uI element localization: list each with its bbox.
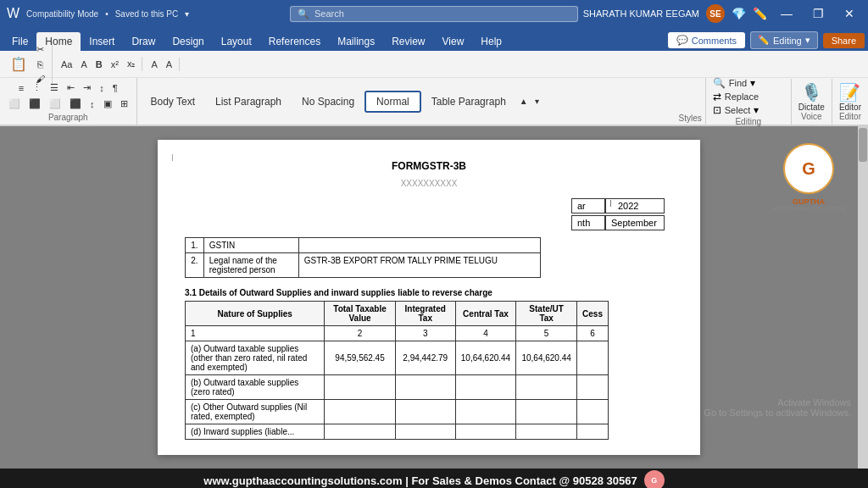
align-center-button[interactable]: ⬛ [25, 97, 44, 111]
tab-design[interactable]: Design [164, 32, 212, 51]
bottom-bar: www.gupthaaccountingsolutions.com | For … [0, 469, 868, 488]
tab-help[interactable]: Help [472, 32, 510, 51]
style-no-spacing[interactable]: No Spacing [292, 92, 364, 111]
subscript-button[interactable]: x₂ [124, 57, 139, 71]
tab-draw[interactable]: Draw [123, 32, 164, 51]
multilevel-button[interactable]: ☰ [47, 80, 62, 95]
style-body-text[interactable]: Body Text [141, 92, 205, 111]
col-header-nature: Nature of Supplies [186, 302, 325, 326]
font-size-aa-button[interactable]: Aa [58, 58, 75, 71]
find-dropdown[interactable]: ▾ [750, 77, 755, 89]
copy-button[interactable]: ⎘ [32, 58, 48, 71]
replace-button[interactable]: Replace [725, 92, 759, 102]
font-color-a-button[interactable]: A [147, 58, 160, 71]
tab-references[interactable]: References [260, 32, 329, 51]
table-header-row: Nature of Supplies Total Taxable Value I… [186, 302, 609, 326]
row-a-cess [577, 341, 609, 375]
highlight-button[interactable]: A [163, 58, 175, 71]
pilcrow-button[interactable]: ¶ [109, 80, 121, 95]
table-row: (c) Other Outward supplies (Nil rated, e… [186, 400, 609, 424]
logo-area: G GUPTHA ACCOUNTING SOLUTIONS [766, 143, 851, 212]
find-icon: 🔍 [713, 77, 726, 89]
col-header-total: Total Taxable Value [325, 302, 395, 326]
saved-location: Saved to this PC [115, 9, 178, 19]
comments-icon: 💬 [676, 35, 688, 46]
row-a-state: 10,64,620.44 [516, 341, 577, 375]
row1-num: 1. [186, 238, 204, 253]
increase-indent-button[interactable]: ⇥ [80, 80, 94, 95]
style-table-paragraph-label: Table Paragraph [431, 96, 506, 108]
paste-button[interactable]: 📋 [7, 54, 31, 74]
voice-section: 🎙️ Dictate Voice [791, 79, 832, 125]
col-header-state: State/UT Tax [516, 302, 577, 326]
title-bar-left: W Compatibility Mode • Saved to this PC … [7, 6, 290, 21]
find-button[interactable]: Find [729, 78, 747, 88]
style-list-paragraph[interactable]: List Paragraph [205, 92, 292, 111]
word-icon: W [7, 6, 19, 21]
row2-value: GSTR-3B EXPORT FROM TALLY PRIME TELUGU [298, 253, 540, 278]
close-button[interactable]: ✕ [837, 3, 861, 24]
editor-section: 📝 Editor Editor [832, 79, 868, 125]
saved-dropdown-icon[interactable]: ▾ [185, 9, 189, 19]
vertical-scrollbar[interactable] [858, 126, 868, 469]
user-initials: SE [709, 9, 721, 19]
col-num-5: 5 [516, 326, 577, 341]
styles-expand[interactable]: ▾ [531, 95, 542, 108]
align-left-button[interactable]: ⬜ [5, 97, 24, 111]
editing-button[interactable]: ✏️ Editing ▾ [750, 31, 818, 49]
logo-name: GUPTHA [766, 197, 851, 206]
row-d-integrated [395, 424, 455, 440]
clear-format-button[interactable]: A [77, 58, 90, 71]
saved-text: • [105, 9, 108, 19]
editor-label[interactable]: Editor [839, 103, 861, 112]
styles-scroll-up[interactable]: ▲ [516, 95, 531, 108]
select-dropdown[interactable]: ▾ [754, 104, 759, 116]
align-right-button[interactable]: ⬜ [46, 97, 64, 111]
doc-title: FORMGSTR-3B [185, 160, 673, 172]
restore-button[interactable]: ❐ [806, 3, 831, 24]
style-table-paragraph[interactable]: Table Paragraph [421, 92, 516, 111]
borders-button[interactable]: ⊞ [117, 97, 131, 111]
row1-label: GSTIN [203, 238, 298, 253]
row-b-central [455, 375, 515, 400]
activate-watermark: Activate Windows Go to Settings to activ… [704, 397, 851, 418]
share-button[interactable]: Share [823, 33, 865, 48]
select-button[interactable]: Select [725, 105, 751, 115]
row-d-nature: (d) Inward supplies (liable... [186, 424, 325, 440]
replace-row: ⇄ Replace [713, 90, 784, 103]
tab-mailings[interactable]: Mailings [329, 32, 383, 51]
paragraph-label: Paragraph [48, 113, 88, 122]
bold-button[interactable]: B [92, 58, 106, 71]
superscript-button[interactable]: x² [108, 58, 122, 71]
scrollbar-thumb[interactable] [859, 128, 867, 162]
cut-button[interactable]: ✂ [32, 42, 48, 57]
tab-layout[interactable]: Layout [213, 32, 260, 51]
logo-subtitle: ACCOUNTING SOLUTIONS [766, 206, 851, 212]
numbering-button[interactable]: ⋮ [29, 80, 45, 95]
tab-view[interactable]: View [434, 32, 473, 51]
dictate-label[interactable]: Dictate [798, 103, 825, 112]
shading-button[interactable]: ▣ [100, 97, 115, 111]
tab-insert[interactable]: Insert [81, 32, 123, 51]
row-a-central: 10,64,620.44 [455, 341, 515, 375]
comments-button[interactable]: 💬 Comments [668, 32, 745, 48]
search-input[interactable] [314, 8, 570, 19]
title-bar-center: 🔍 [290, 6, 578, 22]
justify-button[interactable]: ⬛ [66, 97, 85, 111]
sort-button[interactable]: ↕ [96, 80, 108, 95]
logo-circle: G [783, 143, 834, 194]
col-header-integrated: Integrated Tax [395, 302, 455, 326]
font-color-group: A A [144, 58, 180, 71]
row-d-total [325, 424, 395, 440]
col-num-6: 6 [577, 326, 609, 341]
section-title: 3.1 Details of Outward Supplies and inwa… [185, 288, 673, 297]
tab-review[interactable]: Review [383, 32, 433, 51]
bullets-button[interactable]: ≡ [15, 80, 27, 95]
style-no-spacing-label: No Spacing [302, 96, 354, 108]
decrease-indent-button[interactable]: ⇤ [64, 80, 78, 95]
style-normal[interactable]: Normal [364, 91, 421, 113]
search-box[interactable]: 🔍 [290, 6, 578, 22]
minimize-button[interactable]: — [774, 3, 799, 24]
font-group: Aa A B x² x₂ [54, 57, 142, 71]
line-spacing-button[interactable]: ↕ [86, 97, 98, 111]
